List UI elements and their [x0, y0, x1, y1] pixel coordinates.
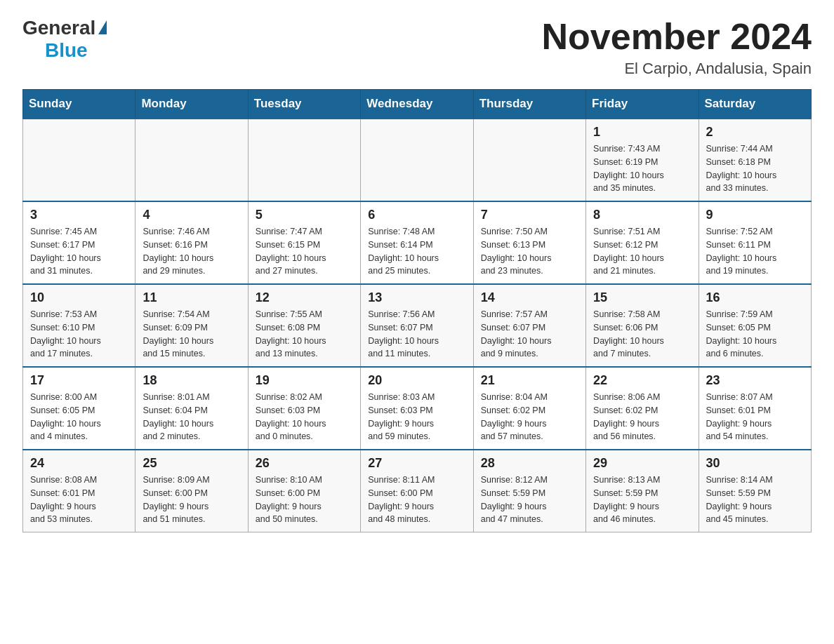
day-info: Sunrise: 7:57 AM Sunset: 6:07 PM Dayligh… [481, 308, 578, 361]
day-number: 24 [30, 456, 128, 471]
calendar-cell-12: 12Sunrise: 7:55 AM Sunset: 6:08 PM Dayli… [248, 284, 360, 367]
calendar-cell-empty [248, 119, 360, 201]
calendar-cell-4: 4Sunrise: 7:46 AM Sunset: 6:16 PM Daylig… [135, 201, 248, 284]
calendar-cell-8: 8Sunrise: 7:51 AM Sunset: 6:12 PM Daylig… [586, 201, 699, 284]
calendar-header-row: SundayMondayTuesdayWednesdayThursdayFrid… [23, 90, 812, 119]
day-number: 30 [706, 456, 804, 471]
day-info: Sunrise: 8:11 AM Sunset: 6:00 PM Dayligh… [368, 474, 465, 526]
day-info: Sunrise: 8:09 AM Sunset: 6:00 PM Dayligh… [143, 474, 240, 526]
calendar-cell-26: 26Sunrise: 8:10 AM Sunset: 6:00 PM Dayli… [248, 450, 360, 532]
day-number: 4 [143, 208, 240, 222]
day-number: 2 [706, 125, 804, 140]
logo-blue-text: Blue [45, 39, 88, 62]
day-number: 11 [143, 290, 240, 305]
calendar-cell-25: 25Sunrise: 8:09 AM Sunset: 6:00 PM Dayli… [135, 450, 248, 532]
calendar-cell-17: 17Sunrise: 8:00 AM Sunset: 6:05 PM Dayli… [23, 367, 135, 450]
calendar-cell-5: 5Sunrise: 7:47 AM Sunset: 6:15 PM Daylig… [248, 201, 360, 284]
day-number: 26 [256, 456, 353, 471]
day-info: Sunrise: 7:46 AM Sunset: 6:16 PM Dayligh… [143, 225, 240, 278]
day-info: Sunrise: 8:06 AM Sunset: 6:02 PM Dayligh… [593, 391, 691, 443]
calendar-cell-empty [361, 119, 473, 201]
day-info: Sunrise: 7:55 AM Sunset: 6:08 PM Dayligh… [256, 308, 353, 361]
day-number: 15 [593, 290, 691, 305]
day-info: Sunrise: 8:02 AM Sunset: 6:03 PM Dayligh… [256, 391, 353, 443]
day-number: 23 [706, 373, 804, 388]
day-number: 7 [481, 208, 578, 222]
calendar-cell-28: 28Sunrise: 8:12 AM Sunset: 5:59 PM Dayli… [473, 450, 585, 532]
calendar-subtitle: El Carpio, Andalusia, Spain [542, 60, 812, 78]
week-row-4: 17Sunrise: 8:00 AM Sunset: 6:05 PM Dayli… [23, 367, 812, 450]
logo-general-text: General [22, 17, 95, 39]
day-number: 9 [706, 208, 804, 222]
day-number: 14 [481, 290, 578, 305]
day-info: Sunrise: 8:14 AM Sunset: 5:59 PM Dayligh… [706, 474, 804, 526]
week-row-5: 24Sunrise: 8:08 AM Sunset: 6:01 PM Dayli… [23, 450, 812, 532]
day-info: Sunrise: 7:52 AM Sunset: 6:11 PM Dayligh… [706, 225, 804, 278]
day-info: Sunrise: 7:48 AM Sunset: 6:14 PM Dayligh… [368, 225, 465, 278]
day-header-wednesday: Wednesday [361, 90, 473, 119]
calendar-cell-19: 19Sunrise: 8:02 AM Sunset: 6:03 PM Dayli… [248, 367, 360, 450]
day-number: 5 [256, 208, 353, 222]
day-info: Sunrise: 7:56 AM Sunset: 6:07 PM Dayligh… [368, 308, 465, 361]
day-info: Sunrise: 7:58 AM Sunset: 6:06 PM Dayligh… [593, 308, 691, 361]
logo: General Blue [22, 17, 107, 62]
calendar-table: SundayMondayTuesdayWednesdayThursdayFrid… [22, 89, 812, 532]
day-number: 29 [593, 456, 691, 471]
day-number: 22 [593, 373, 691, 388]
calendar-cell-15: 15Sunrise: 7:58 AM Sunset: 6:06 PM Dayli… [586, 284, 699, 367]
day-header-friday: Friday [586, 90, 699, 119]
day-number: 1 [593, 125, 691, 140]
day-number: 13 [368, 290, 465, 305]
day-number: 3 [30, 208, 128, 222]
calendar-cell-30: 30Sunrise: 8:14 AM Sunset: 5:59 PM Dayli… [699, 450, 811, 532]
day-info: Sunrise: 7:51 AM Sunset: 6:12 PM Dayligh… [593, 225, 691, 278]
day-number: 8 [593, 208, 691, 222]
day-info: Sunrise: 7:44 AM Sunset: 6:18 PM Dayligh… [706, 142, 804, 195]
calendar-cell-6: 6Sunrise: 7:48 AM Sunset: 6:14 PM Daylig… [361, 201, 473, 284]
calendar-cell-27: 27Sunrise: 8:11 AM Sunset: 6:00 PM Dayli… [361, 450, 473, 532]
day-info: Sunrise: 8:08 AM Sunset: 6:01 PM Dayligh… [30, 474, 128, 526]
calendar-cell-23: 23Sunrise: 8:07 AM Sunset: 6:01 PM Dayli… [699, 367, 811, 450]
day-info: Sunrise: 7:50 AM Sunset: 6:13 PM Dayligh… [481, 225, 578, 278]
calendar-cell-10: 10Sunrise: 7:53 AM Sunset: 6:10 PM Dayli… [23, 284, 135, 367]
week-row-1: 1Sunrise: 7:43 AM Sunset: 6:19 PM Daylig… [23, 119, 812, 201]
day-number: 27 [368, 456, 465, 471]
day-header-thursday: Thursday [473, 90, 585, 119]
calendar-cell-empty [135, 119, 248, 201]
day-number: 10 [30, 290, 128, 305]
day-header-saturday: Saturday [699, 90, 811, 119]
day-info: Sunrise: 8:01 AM Sunset: 6:04 PM Dayligh… [143, 391, 240, 443]
day-info: Sunrise: 7:53 AM Sunset: 6:10 PM Dayligh… [30, 308, 128, 361]
week-row-3: 10Sunrise: 7:53 AM Sunset: 6:10 PM Dayli… [23, 284, 812, 367]
calendar-title: November 2024 [542, 17, 812, 57]
calendar-cell-empty [23, 119, 135, 201]
day-header-monday: Monday [135, 90, 248, 119]
calendar-cell-7: 7Sunrise: 7:50 AM Sunset: 6:13 PM Daylig… [473, 201, 585, 284]
title-section: November 2024 El Carpio, Andalusia, Spai… [542, 17, 812, 78]
day-info: Sunrise: 8:04 AM Sunset: 6:02 PM Dayligh… [481, 391, 578, 443]
calendar-cell-3: 3Sunrise: 7:45 AM Sunset: 6:17 PM Daylig… [23, 201, 135, 284]
day-info: Sunrise: 7:54 AM Sunset: 6:09 PM Dayligh… [143, 308, 240, 361]
calendar-cell-2: 2Sunrise: 7:44 AM Sunset: 6:18 PM Daylig… [699, 119, 811, 201]
day-info: Sunrise: 7:59 AM Sunset: 6:05 PM Dayligh… [706, 308, 804, 361]
calendar-cell-13: 13Sunrise: 7:56 AM Sunset: 6:07 PM Dayli… [361, 284, 473, 367]
day-number: 19 [256, 373, 353, 388]
day-number: 21 [481, 373, 578, 388]
day-info: Sunrise: 8:10 AM Sunset: 6:00 PM Dayligh… [256, 474, 353, 526]
calendar-cell-11: 11Sunrise: 7:54 AM Sunset: 6:09 PM Dayli… [135, 284, 248, 367]
logo-triangle-icon [98, 20, 107, 34]
day-info: Sunrise: 7:47 AM Sunset: 6:15 PM Dayligh… [256, 225, 353, 278]
calendar-cell-1: 1Sunrise: 7:43 AM Sunset: 6:19 PM Daylig… [586, 119, 699, 201]
calendar-cell-18: 18Sunrise: 8:01 AM Sunset: 6:04 PM Dayli… [135, 367, 248, 450]
day-header-tuesday: Tuesday [248, 90, 360, 119]
day-number: 6 [368, 208, 465, 222]
day-number: 16 [706, 290, 804, 305]
page-header: General Blue November 2024 El Carpio, An… [22, 17, 812, 78]
day-number: 20 [368, 373, 465, 388]
calendar-cell-29: 29Sunrise: 8:13 AM Sunset: 5:59 PM Dayli… [586, 450, 699, 532]
day-number: 12 [256, 290, 353, 305]
day-info: Sunrise: 8:13 AM Sunset: 5:59 PM Dayligh… [593, 474, 691, 526]
day-number: 25 [143, 456, 240, 471]
calendar-cell-20: 20Sunrise: 8:03 AM Sunset: 6:03 PM Dayli… [361, 367, 473, 450]
day-header-sunday: Sunday [23, 90, 135, 119]
